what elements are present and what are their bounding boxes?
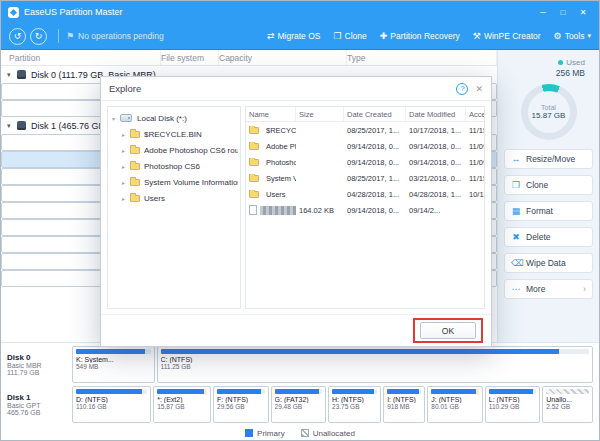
usage-fill xyxy=(76,349,145,354)
pending-operations-label: No operations pending xyxy=(78,31,164,41)
toolbar-divider xyxy=(58,29,59,43)
dialog-header[interactable]: Explore ? ✕ xyxy=(101,77,491,101)
format-button[interactable]: ▦Format xyxy=(504,201,593,221)
toolbar-tools-button[interactable]: ⚙Tools▾ xyxy=(554,31,591,41)
used-legend: Used xyxy=(558,58,585,67)
partition-block[interactable]: J: (NTFS)80.01 GB xyxy=(427,386,482,423)
partition-block[interactable]: *: (Ext2)15.87 GB xyxy=(153,386,211,423)
expand-arrow-icon[interactable]: ▾ xyxy=(7,71,17,79)
tree-item-label: Photoshop CS6 xyxy=(144,162,200,171)
toolbar-partition-recovery-button[interactable]: ✚Partition Recovery xyxy=(380,31,460,41)
resize-move-button[interactable]: ↔Resize/Move xyxy=(504,149,593,169)
partition-block[interactable]: Unallo...2.52 GB xyxy=(542,386,593,423)
toolbar: ↺ ↻ ⚑ No operations pending ⇄Migrate OS❐… xyxy=(1,23,599,50)
folder-icon xyxy=(249,175,259,182)
redo-button[interactable]: ↻ xyxy=(30,28,47,45)
more-button[interactable]: ⋯More› xyxy=(504,279,593,299)
dialog-tree: ▾ Local Disk (*:) ▸$RECYCLE.BIN▸Adobe Ph… xyxy=(107,106,241,309)
dialog-tree-item[interactable]: ▸Photoshop CS6 xyxy=(110,158,238,174)
dialog-tree-item[interactable]: ▸Users xyxy=(110,190,238,206)
file-name: Photoshop... xyxy=(266,158,296,167)
partition-label: Unallo... xyxy=(546,396,589,403)
column-header-capacity: Capacity xyxy=(219,50,347,65)
toolbar-button-label: Clone xyxy=(345,31,367,41)
delete-button[interactable]: ✖Delete xyxy=(504,227,593,247)
usage-fill xyxy=(275,389,319,394)
date-created-cell: 08/25/2017, 1... xyxy=(344,126,406,135)
date-created-cell: 08/25/2017, 1... xyxy=(344,174,406,183)
list-header: PartitionFile systemCapacityType xyxy=(1,50,497,66)
expand-arrow-icon[interactable]: ▸ xyxy=(122,195,130,202)
undo-button[interactable]: ↺ xyxy=(9,28,26,45)
dialog-file-table: NameSizeDate CreatedDate ModifiedAccess … xyxy=(245,106,485,309)
partition-block[interactable]: I: (NTFS)918 MB xyxy=(383,386,425,423)
toolbar-clone-button[interactable]: ❐Clone xyxy=(334,31,367,41)
wipe-data-button[interactable]: ⌫Wipe Data xyxy=(504,253,593,273)
file-row[interactable]: $RECYCLE...08/25/2017, 1...10/17/2018, 1… xyxy=(246,122,484,138)
file-row[interactable]: 164.02 KB09/14/2018, 0...09/14/2... xyxy=(246,202,484,218)
dialog-footer: OK xyxy=(101,314,491,346)
file-size-cell: 164.02 KB xyxy=(296,206,344,215)
file-name-cell: $RECYCLE... xyxy=(246,126,296,135)
file-row[interactable]: Adobe Pho...09/14/2018, 0...09/14/2018, … xyxy=(246,138,484,154)
toolbar-migrate-os-button[interactable]: ⇄Migrate OS xyxy=(267,31,321,41)
clone-button[interactable]: ❐Clone xyxy=(504,175,593,195)
expand-arrow-icon[interactable]: ▾ xyxy=(7,122,17,130)
explore-dialog: Explore ? ✕ ▾ Local Disk (*:) ▸$RECYCLE.… xyxy=(100,76,492,347)
partition-block[interactable]: G: (FAT32)29.48 GB xyxy=(271,386,326,423)
usage-fill xyxy=(332,389,374,394)
help-icon[interactable]: ? xyxy=(456,83,468,95)
partition-label: F: (NTFS) xyxy=(217,396,264,403)
maximize-button[interactable]: □ xyxy=(554,4,572,20)
donut-wrap: Total 15.87 GB xyxy=(504,84,593,140)
partition-block[interactable]: L: (NTFS)110.29 GB xyxy=(485,386,540,423)
ok-button[interactable]: OK xyxy=(420,322,476,339)
tree-item-label: Users xyxy=(144,194,165,203)
resize-move-icon: ↔ xyxy=(511,154,521,164)
usage-bar xyxy=(489,389,536,394)
partition-label: G: (FAT32) xyxy=(275,396,322,403)
partition-block[interactable]: D: (NTFS)110.16 GB xyxy=(72,386,151,423)
partition-size: 110.16 GB xyxy=(76,403,147,410)
partition-label: *: (Ext2) xyxy=(157,396,207,403)
toolbar-button-label: Tools xyxy=(565,31,585,41)
expand-arrow-icon[interactable]: ▸ xyxy=(122,179,130,186)
usage-donut: Total 15.87 GB xyxy=(521,84,577,140)
folder-icon xyxy=(130,195,140,202)
usage-fill xyxy=(387,389,419,394)
column-header-size: Size xyxy=(296,107,344,121)
file-row[interactable]: System Vol...08/25/2017, 1...03/21/2018,… xyxy=(246,170,484,186)
dialog-tree-root[interactable]: ▾ Local Disk (*:) xyxy=(110,110,238,126)
partition-block[interactable]: F: (NTFS)29.56 GB xyxy=(213,386,268,423)
expand-arrow-icon[interactable]: ▸ xyxy=(122,163,130,170)
partition-block[interactable]: C: (NTFS)111.25 GB xyxy=(157,346,593,383)
button-label: Resize/Move xyxy=(526,154,575,164)
dialog-table-rows: $RECYCLE...08/25/2017, 1...10/17/2018, 1… xyxy=(246,122,484,218)
toolbar-winpe-creator-button[interactable]: ⚒WinPE Creator xyxy=(473,31,541,41)
close-button[interactable]: ✕ xyxy=(574,4,592,20)
usage-bar xyxy=(275,389,322,394)
donut-center: Total 15.87 GB xyxy=(528,91,570,133)
expand-arrow-icon[interactable]: ▸ xyxy=(122,147,130,154)
date-modified-cell: 04/28/2018, 1... xyxy=(406,190,466,199)
date-accessed-cell: 10/17/2018... xyxy=(466,190,485,199)
legend: PrimaryUnallocated xyxy=(1,426,599,440)
dialog-close-icon[interactable]: ✕ xyxy=(475,84,483,94)
format-icon: ▦ xyxy=(511,206,521,216)
file-row[interactable]: Photoshop...09/14/2018, 0...09/14/2018, … xyxy=(246,154,484,170)
date-modified-cell: 09/14/2... xyxy=(406,206,466,215)
column-header-partition: Partition xyxy=(9,50,161,65)
file-row[interactable]: Users04/28/2018, 1...04/28/2018, 1...10/… xyxy=(246,186,484,202)
expand-arrow-icon[interactable]: ▸ xyxy=(122,131,130,138)
expand-arrow-icon[interactable]: ▾ xyxy=(112,115,120,122)
usage-summary: Used 256 MB xyxy=(504,58,593,78)
dialog-tree-item[interactable]: ▸System Volume Information xyxy=(110,174,238,190)
minimize-button[interactable]: ─ xyxy=(534,4,552,20)
dialog-header-icons: ? ✕ xyxy=(456,83,483,95)
partition-block[interactable]: K: System...549 MB xyxy=(72,346,155,383)
partition-block[interactable]: H: (NTFS)23.75 GB xyxy=(328,386,381,423)
dialog-tree-item[interactable]: ▸$RECYCLE.BIN xyxy=(110,126,238,142)
partition-size: 29.48 GB xyxy=(275,403,322,410)
dialog-tree-item[interactable]: ▸Adobe Photoshop CS6 roustar xyxy=(110,142,238,158)
file-icon xyxy=(249,205,257,215)
